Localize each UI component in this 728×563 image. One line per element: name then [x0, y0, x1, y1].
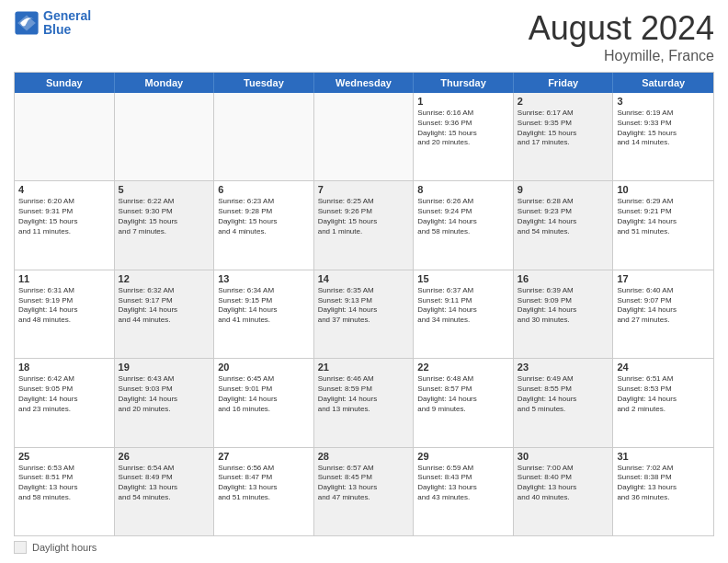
cell-info-line: Sunset: 8:51 PM	[18, 473, 110, 483]
cell-info-line: and 20 minutes.	[417, 138, 509, 148]
day-number: 13	[218, 273, 310, 284]
cell-info-line: Daylight: 13 hours	[318, 483, 410, 493]
cell-info-line: Daylight: 13 hours	[617, 483, 710, 493]
cell-info-line: and 37 minutes.	[318, 316, 410, 326]
cell-info-line: Sunrise: 6:16 AM	[417, 109, 509, 119]
cell-info-line: Sunrise: 6:53 AM	[18, 464, 110, 474]
cell-info-line: Sunrise: 6:32 AM	[119, 286, 210, 296]
weekday-header-tuesday: Tuesday	[214, 73, 314, 93]
day-cell-4: 4Sunrise: 6:20 AMSunset: 9:31 PMDaylight…	[15, 181, 115, 269]
empty-cell	[15, 93, 115, 180]
day-number: 14	[318, 273, 410, 284]
cell-info-line: Sunset: 8:55 PM	[518, 385, 609, 395]
cell-info-line: Sunrise: 6:19 AM	[617, 109, 710, 119]
calendar-row-1: 4Sunrise: 6:20 AMSunset: 9:31 PMDaylight…	[15, 181, 713, 270]
cell-info-line: Sunrise: 6:39 AM	[518, 286, 609, 296]
day-cell-14: 14Sunrise: 6:35 AMSunset: 9:13 PMDayligh…	[314, 270, 415, 358]
day-number: 12	[119, 273, 210, 284]
day-cell-31: 31Sunrise: 7:02 AMSunset: 8:38 PMDayligh…	[613, 448, 713, 535]
cell-info-line: Sunrise: 6:49 AM	[518, 374, 609, 385]
day-number: 18	[18, 362, 110, 373]
day-number: 16	[518, 273, 609, 284]
day-cell-12: 12Sunrise: 6:32 AMSunset: 9:17 PMDayligh…	[115, 270, 215, 358]
cell-info-line: Sunrise: 6:20 AM	[18, 197, 110, 207]
cell-info-line: Daylight: 14 hours	[318, 395, 410, 405]
cell-info-line: and 48 minutes.	[18, 316, 110, 326]
cell-info-line: Sunrise: 6:56 AM	[218, 464, 310, 474]
cell-info-line: Sunrise: 6:22 AM	[119, 197, 210, 207]
cell-info-line: Daylight: 13 hours	[119, 483, 210, 493]
cell-info-line: and 27 minutes.	[617, 316, 710, 326]
cell-info-line: Sunset: 8:59 PM	[318, 385, 410, 395]
cell-info-line: Daylight: 14 hours	[417, 305, 509, 316]
cell-info-line: and 13 minutes.	[318, 405, 410, 415]
day-number: 17	[617, 273, 710, 284]
cell-info-line: and 51 minutes.	[218, 493, 310, 503]
cell-info-line: Daylight: 14 hours	[218, 305, 310, 316]
cell-info-line: and 30 minutes.	[518, 316, 609, 326]
day-cell-26: 26Sunrise: 6:54 AMSunset: 8:49 PMDayligh…	[115, 448, 215, 535]
day-cell-23: 23Sunrise: 6:49 AMSunset: 8:55 PMDayligh…	[514, 359, 614, 446]
cell-info-line: Daylight: 15 hours	[617, 129, 710, 139]
empty-cell	[314, 93, 415, 180]
daylight-indicator	[14, 541, 27, 554]
cell-info-line: and 47 minutes.	[318, 493, 410, 503]
day-cell-13: 13Sunrise: 6:34 AMSunset: 9:15 PMDayligh…	[214, 270, 314, 358]
cell-info-line: Sunrise: 6:17 AM	[518, 109, 609, 119]
cell-info-line: Sunrise: 6:34 AM	[218, 286, 310, 296]
calendar: SundayMondayTuesdayWednesdayThursdayFrid…	[14, 72, 714, 536]
calendar-row-3: 18Sunrise: 6:42 AMSunset: 9:05 PMDayligh…	[15, 359, 713, 447]
cell-info-line: Sunrise: 7:02 AM	[617, 464, 710, 474]
day-number: 8	[417, 184, 509, 195]
cell-info-line: Sunset: 9:19 PM	[18, 296, 110, 306]
cell-info-line: Sunrise: 6:37 AM	[417, 286, 509, 296]
day-cell-20: 20Sunrise: 6:45 AMSunset: 9:01 PMDayligh…	[214, 359, 314, 446]
day-number: 20	[218, 362, 310, 373]
day-cell-17: 17Sunrise: 6:40 AMSunset: 9:07 PMDayligh…	[613, 270, 713, 358]
day-cell-24: 24Sunrise: 6:51 AMSunset: 8:53 PMDayligh…	[613, 359, 713, 446]
cell-info-line: Sunset: 8:43 PM	[417, 473, 509, 483]
day-cell-28: 28Sunrise: 6:57 AMSunset: 8:45 PMDayligh…	[314, 448, 415, 535]
cell-info-line: and 1 minute.	[318, 227, 410, 237]
cell-info-line: Sunset: 9:31 PM	[18, 207, 110, 217]
day-cell-10: 10Sunrise: 6:29 AMSunset: 9:21 PMDayligh…	[613, 181, 713, 269]
cell-info-line: and 14 minutes.	[617, 138, 710, 148]
cell-info-line: Sunrise: 6:40 AM	[617, 286, 710, 296]
cell-info-line: Sunset: 9:05 PM	[18, 385, 110, 395]
cell-info-line: Daylight: 14 hours	[18, 305, 110, 316]
cell-info-line: Sunrise: 6:42 AM	[18, 374, 110, 385]
logo-text: General Blue	[43, 9, 91, 38]
day-cell-15: 15Sunrise: 6:37 AMSunset: 9:11 PMDayligh…	[414, 270, 514, 358]
cell-info-line: Sunset: 8:57 PM	[417, 385, 509, 395]
cell-info-line: Sunset: 9:11 PM	[417, 296, 509, 306]
cell-info-line: and 54 minutes.	[119, 493, 210, 503]
day-number: 9	[518, 184, 609, 195]
cell-info-line: and 54 minutes.	[518, 227, 609, 237]
empty-cell	[214, 93, 314, 180]
cell-info-line: Sunrise: 7:00 AM	[518, 464, 609, 474]
cell-info-line: Sunrise: 6:51 AM	[617, 374, 710, 385]
day-cell-6: 6Sunrise: 6:23 AMSunset: 9:28 PMDaylight…	[214, 181, 314, 269]
cell-info-line: Daylight: 14 hours	[518, 395, 609, 405]
empty-cell	[115, 93, 215, 180]
cell-info-line: Sunset: 9:21 PM	[617, 207, 710, 217]
cell-info-line: Daylight: 15 hours	[318, 217, 410, 227]
cell-info-line: Sunset: 9:23 PM	[518, 207, 609, 217]
day-cell-29: 29Sunrise: 6:59 AMSunset: 8:43 PMDayligh…	[414, 448, 514, 535]
cell-info-line: Daylight: 15 hours	[119, 217, 210, 227]
day-number: 23	[518, 362, 609, 373]
calendar-row-2: 11Sunrise: 6:31 AMSunset: 9:19 PMDayligh…	[15, 270, 713, 359]
cell-info-line: Sunset: 8:40 PM	[518, 473, 609, 483]
cell-info-line: Sunset: 9:13 PM	[318, 296, 410, 306]
day-cell-18: 18Sunrise: 6:42 AMSunset: 9:05 PMDayligh…	[15, 359, 115, 446]
cell-info-line: Daylight: 15 hours	[218, 217, 310, 227]
day-number: 5	[119, 184, 210, 195]
cell-info-line: Sunset: 8:53 PM	[617, 385, 710, 395]
day-number: 4	[18, 184, 110, 195]
day-number: 24	[617, 362, 710, 373]
cell-info-line: and 9 minutes.	[417, 405, 509, 415]
cell-info-line: Sunset: 9:35 PM	[518, 119, 609, 129]
page: General Blue August 2024 Hoymille, Franc…	[0, 0, 728, 563]
cell-info-line: and 58 minutes.	[18, 493, 110, 503]
day-number: 2	[518, 96, 609, 107]
